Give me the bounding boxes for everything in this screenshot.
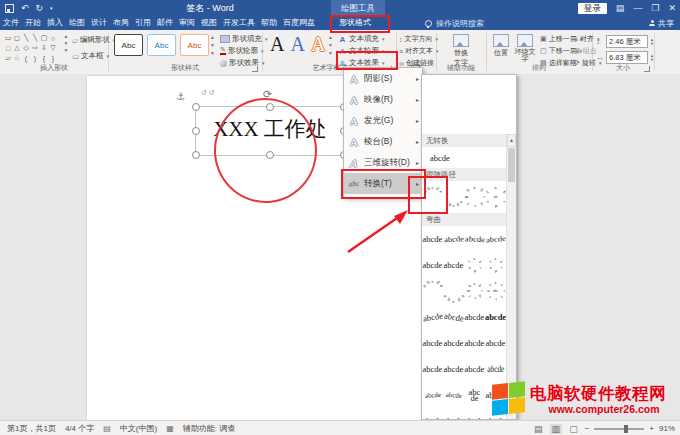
shape-icon[interactable]: { xyxy=(40,55,48,62)
warp-style-plain[interactable]: abcde xyxy=(485,330,506,356)
shape-icon[interactable]: ▱ xyxy=(4,54,12,62)
tab-2[interactable]: 开始 xyxy=(22,16,44,30)
menu-item-reflection[interactable]: A映像(R)▸ xyxy=(344,89,422,110)
wordart-style-3[interactable]: A xyxy=(311,33,325,55)
shape-icon[interactable]: } xyxy=(49,55,57,62)
warp-style-ring-sm[interactable]: abcdef xyxy=(464,252,485,278)
shape-icon[interactable]: ◇ xyxy=(22,44,30,52)
warp-style-plain[interactable]: abcde xyxy=(422,330,443,356)
shape-icon[interactable]: ⇨ xyxy=(31,44,39,52)
close-button[interactable]: ✕ xyxy=(668,0,676,16)
warp-style-slant-up[interactable]: abcde xyxy=(422,304,443,330)
resize-handle[interactable] xyxy=(192,127,200,135)
shape-style-swatch-2[interactable]: Abc xyxy=(147,34,176,56)
tab-10[interactable]: 视图 xyxy=(198,16,220,30)
language-indicator[interactable]: 中文(中国) xyxy=(120,423,157,434)
tab-11[interactable]: 开发工具 xyxy=(220,16,258,30)
shape-icon[interactable]: ( xyxy=(22,55,30,62)
warp-style-fade2[interactable]: abcde xyxy=(443,382,464,408)
tab-4[interactable]: 绘图 xyxy=(66,16,88,30)
text-box-button[interactable]: ▭文本框▾ xyxy=(72,51,115,61)
path-style-button[interactable]: abcdefab xyxy=(485,181,506,213)
menu-item-shadow[interactable]: A阴影(S)▸ xyxy=(344,68,422,89)
ribbon-display-icon[interactable]: ▤ xyxy=(616,0,625,16)
tab-6[interactable]: 布局 xyxy=(110,16,132,30)
warp-style-arc-down[interactable]: abcde xyxy=(443,278,464,304)
shape-icon[interactable]: ▽ xyxy=(49,44,57,52)
text-fill-button[interactable]: A文本填充▾ xyxy=(338,34,385,44)
warp-style-taper[interactable]: abcde xyxy=(485,356,506,382)
menu-item-glow[interactable]: A发光(G)▸ xyxy=(344,110,422,131)
shape-style-swatch-1[interactable]: Abc xyxy=(114,34,143,56)
zoom-out-icon[interactable]: − xyxy=(585,424,590,433)
tab-1[interactable]: 文件 xyxy=(0,16,22,30)
wordart-style-2[interactable]: A xyxy=(290,33,304,55)
wordart-style-1[interactable]: A xyxy=(270,33,284,55)
warp-style-plain[interactable]: abcde xyxy=(422,226,443,252)
shape-style-scroll[interactable]: ▲▼▼ xyxy=(208,34,217,56)
warp-style-curve-up[interactable]: abcde xyxy=(443,226,464,252)
shape-outline-button[interactable]: ✎形状轮廓▾ xyxy=(220,46,268,56)
wordart-style-scroll[interactable]: ▲▼▼ xyxy=(326,34,335,56)
shape-icon[interactable]: □ xyxy=(4,45,12,52)
scroll-up-icon[interactable]: ▲ xyxy=(507,134,516,147)
zoom-level[interactable]: 91% xyxy=(659,424,675,433)
resize-handle[interactable] xyxy=(192,151,200,159)
warp-style-plain[interactable]: abcde xyxy=(464,304,485,330)
shape-icon[interactable]: ▢ xyxy=(40,34,48,42)
warp-style-arc-up[interactable]: abcde xyxy=(422,278,443,304)
shape-icon[interactable]: ╲ xyxy=(22,34,30,42)
zoom-slider-thumb[interactable] xyxy=(624,425,628,433)
warp-style-plain[interactable]: abcde xyxy=(443,356,464,382)
position-button[interactable]: 位置 xyxy=(490,34,512,58)
minimize-button[interactable]: — xyxy=(633,0,642,16)
shape-icon[interactable]: ╲ xyxy=(31,34,39,42)
warp-style-plain[interactable]: abcde xyxy=(443,252,464,278)
shape-fill-button[interactable]: 形状填充▾ xyxy=(220,34,268,44)
tab-3[interactable]: 插入 xyxy=(44,16,66,30)
tab-8[interactable]: 邮件 xyxy=(154,16,176,30)
shape-gallery[interactable]: ▭◻╲╲▢○□△◇⇨⇩▽▱☆(){} xyxy=(4,33,60,63)
read-mode-icon[interactable]: ▤ xyxy=(532,424,545,434)
warp-style-bold[interactable]: abcde xyxy=(485,304,506,330)
proofing-icon[interactable]: ▤ xyxy=(103,424,111,433)
warp-style-plain[interactable]: abcde xyxy=(443,330,464,356)
warp-style-plain[interactable]: abcde xyxy=(464,408,485,420)
tab-7[interactable]: 引用 xyxy=(132,16,154,30)
share-button[interactable]: 共享 xyxy=(649,18,674,29)
warp-style-plain[interactable]: abcde xyxy=(422,408,443,420)
text-direction-button[interactable]: ↕文字方向▾ xyxy=(399,34,439,44)
print-layout-icon[interactable]: ▥ xyxy=(550,424,563,434)
shape-gallery-scroll[interactable]: ▲▼▼ xyxy=(62,33,70,53)
shape-icon[interactable]: ⇩ xyxy=(40,44,48,52)
signin-button[interactable]: 登录 xyxy=(578,3,607,14)
warp-style-fade[interactable]: abcde xyxy=(422,382,443,408)
zoom-slider[interactable] xyxy=(594,428,644,430)
warp-style-plain[interactable]: abcde xyxy=(422,252,443,278)
warp-style-plain[interactable]: abcde xyxy=(464,330,485,356)
shape-icon[interactable]: ▭ xyxy=(4,34,12,42)
shape-icon[interactable]: ◻ xyxy=(13,34,21,42)
warp-style-stack[interactable]: abcde xyxy=(464,382,485,408)
warp-style-ring-sm[interactable]: abcdef xyxy=(485,252,506,278)
word-count[interactable]: 4/4 个字 xyxy=(65,423,94,434)
menu-item-bevel[interactable]: A棱台(B)▸ xyxy=(344,131,422,152)
qat-customize-icon[interactable]: ▾ xyxy=(50,5,53,11)
warp-style-wave[interactable]: abcde xyxy=(485,226,506,252)
warp-style-slant-down[interactable]: abcde xyxy=(443,304,464,330)
path-style-circle[interactable]: abcdefgh xyxy=(464,181,485,213)
macro-icon[interactable]: ▦ xyxy=(166,424,174,433)
tab-13[interactable]: 百度网盘 xyxy=(280,16,318,30)
warp-style-ring[interactable]: abcdefgh xyxy=(464,278,485,304)
zoom-in-icon[interactable]: + xyxy=(649,424,654,433)
align-text-button[interactable]: ≡对齐文本▾ xyxy=(399,46,439,56)
shape-icon[interactable]: ○ xyxy=(49,35,57,42)
warp-style-plain[interactable]: abcde xyxy=(422,356,443,382)
width-spinner[interactable]: ▲▼ xyxy=(650,54,654,62)
height-spinner[interactable]: ▲▼ xyxy=(650,38,654,46)
shape-style-swatch-3[interactable]: Abc xyxy=(180,34,209,56)
warp-style-ring-center[interactable]: abcdefghabc xyxy=(485,278,506,304)
submenu-scrollbar[interactable]: ▲ xyxy=(506,134,516,419)
wrap-text-button[interactable]: 环绕文字 xyxy=(514,34,536,62)
undo-icon[interactable]: ↶ xyxy=(21,3,29,13)
